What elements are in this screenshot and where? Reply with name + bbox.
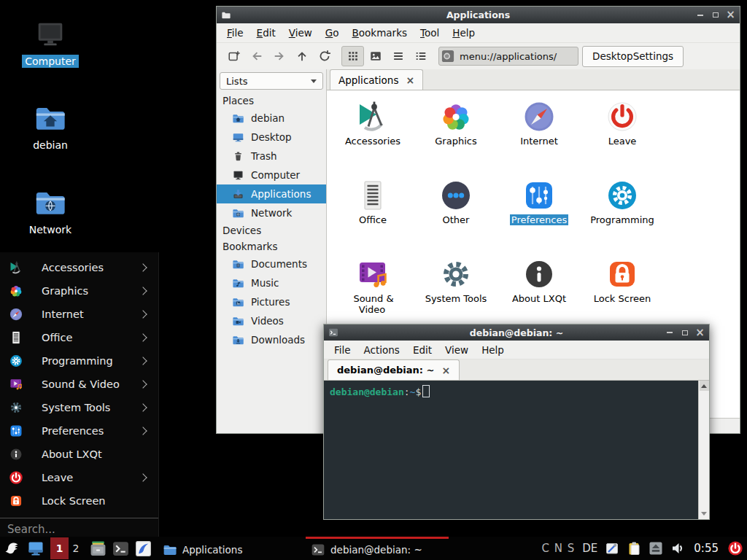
maximize-button[interactable] bbox=[711, 10, 720, 20]
workspace-2-button[interactable]: 2 bbox=[69, 537, 83, 559]
menu-item-accessories[interactable]: Accessories bbox=[0, 256, 158, 279]
terminal-tab[interactable]: debian@debian: ~ × bbox=[328, 359, 460, 380]
screenshot-tray-icon[interactable] bbox=[605, 541, 619, 556]
sidebar-item-trash[interactable]: Trash bbox=[217, 147, 326, 166]
menu-item-leave[interactable]: Leave bbox=[0, 466, 158, 489]
featherpad-launcher-icon[interactable] bbox=[134, 540, 152, 558]
detailed-view-icon bbox=[414, 50, 427, 63]
back-arrow-icon bbox=[250, 50, 263, 63]
close-button[interactable] bbox=[726, 10, 735, 20]
menu-item-internet[interactable]: Internet bbox=[0, 303, 158, 326]
minimize-button[interactable] bbox=[695, 10, 705, 20]
desktop-icon-network[interactable]: Network bbox=[12, 186, 88, 236]
forward-button[interactable] bbox=[268, 46, 290, 66]
compact-view-button[interactable] bbox=[387, 46, 409, 66]
sidebar-item-computer[interactable]: Computer bbox=[217, 166, 326, 184]
desktop-settings-button[interactable]: DesktopSettings bbox=[582, 46, 684, 67]
menu-item-about-lxqt[interactable]: About LXQt bbox=[0, 443, 158, 466]
menu-edit[interactable]: Edit bbox=[250, 25, 282, 41]
task-button-applications[interactable]: Applications bbox=[158, 537, 301, 560]
sidebar-item-music[interactable]: Music bbox=[217, 273, 326, 292]
grid-item-programming[interactable]: Programming bbox=[581, 178, 664, 257]
up-button[interactable] bbox=[290, 46, 313, 66]
menu-tool[interactable]: Tool bbox=[414, 25, 446, 41]
menu-file[interactable]: File bbox=[328, 342, 357, 358]
address-bar[interactable]: menu://applications/ bbox=[438, 47, 578, 66]
menu-actions[interactable]: Actions bbox=[357, 342, 406, 358]
desktop-icon-computer[interactable]: Computer bbox=[12, 18, 88, 68]
terminal-icon bbox=[328, 327, 338, 338]
titlebar[interactable]: Applications bbox=[217, 7, 740, 23]
power-icon bbox=[9, 470, 23, 485]
grid-item-internet[interactable]: Internet bbox=[498, 99, 581, 178]
info-icon bbox=[9, 447, 23, 462]
titlebar[interactable]: debian@debian: ~ bbox=[324, 324, 709, 341]
minimize-button[interactable] bbox=[665, 328, 674, 338]
back-button[interactable] bbox=[245, 46, 268, 66]
detailed-view-button[interactable] bbox=[409, 46, 432, 66]
tab-bar: Applications × bbox=[327, 69, 740, 90]
sidebar-item-desktop[interactable]: Desktop bbox=[217, 128, 326, 147]
sidebar-item-applications[interactable]: Applications bbox=[217, 184, 326, 203]
sidebar-mode-select[interactable]: Lists bbox=[220, 72, 323, 90]
folder-icon bbox=[221, 10, 231, 20]
menu-item-office[interactable]: Office bbox=[0, 326, 158, 349]
sidebar-item-network[interactable]: Network bbox=[217, 203, 326, 222]
sidebar-item-pictures[interactable]: Pictures bbox=[217, 292, 326, 311]
grid-item-graphics[interactable]: Graphics bbox=[414, 99, 498, 178]
tab-close-icon[interactable]: × bbox=[406, 75, 414, 85]
scroll-down-button[interactable] bbox=[700, 509, 709, 519]
clipboard-tray-icon[interactable] bbox=[627, 541, 641, 556]
menu-view[interactable]: View bbox=[282, 25, 319, 41]
icon-view-button[interactable] bbox=[341, 46, 364, 66]
grid-item-accessories[interactable]: Accessories bbox=[331, 99, 414, 178]
thumbnail-view-button[interactable] bbox=[364, 46, 387, 66]
menu-item-lock-screen[interactable]: Lock Screen bbox=[0, 489, 158, 513]
menu-edit[interactable]: Edit bbox=[406, 342, 438, 358]
sidebar-item-videos[interactable]: Videos bbox=[217, 311, 326, 330]
tab-close-icon[interactable]: × bbox=[441, 365, 450, 376]
menu-item-label: System Tools bbox=[42, 402, 110, 413]
scrollbar[interactable] bbox=[698, 381, 709, 519]
refresh-button[interactable] bbox=[313, 46, 336, 66]
sidebar-item-downloads[interactable]: Downloads bbox=[217, 330, 326, 349]
menu-view[interactable]: View bbox=[438, 342, 475, 358]
menu-item-graphics[interactable]: Graphics bbox=[0, 279, 158, 303]
power-button-icon[interactable] bbox=[727, 540, 743, 556]
menu-item-sound-video[interactable]: Sound & Video bbox=[0, 373, 158, 396]
clock[interactable]: 0:55 bbox=[694, 542, 719, 555]
menu-go[interactable]: Go bbox=[319, 25, 346, 41]
menu-item-preferences[interactable]: Preferences bbox=[0, 419, 158, 443]
computer-icon bbox=[34, 18, 67, 51]
sidebar-item-documents[interactable]: Documents bbox=[217, 254, 326, 273]
eject-tray-icon[interactable] bbox=[649, 541, 663, 556]
keyboard-layout[interactable]: DE bbox=[582, 542, 597, 555]
terminal-screen[interactable]: debian@debian:~$ bbox=[324, 381, 698, 519]
start-menu-button[interactable] bbox=[0, 537, 25, 560]
scroll-up-button[interactable] bbox=[700, 381, 709, 391]
grid-item-preferences[interactable]: Preferences bbox=[498, 178, 581, 257]
close-button[interactable] bbox=[695, 328, 705, 338]
menu-item-programming[interactable]: Programming bbox=[0, 349, 158, 373]
menu-help[interactable]: Help bbox=[446, 25, 481, 41]
menu-help[interactable]: Help bbox=[475, 342, 511, 358]
menu-bookmarks[interactable]: Bookmarks bbox=[346, 25, 414, 41]
task-button-terminal[interactable]: debian@debian: ~ bbox=[306, 537, 449, 560]
show-desktop-button[interactable] bbox=[25, 537, 47, 560]
grid-item-other[interactable]: Other bbox=[414, 178, 498, 257]
tab-applications[interactable]: Applications × bbox=[330, 69, 423, 90]
home-folder-icon bbox=[232, 112, 244, 125]
grid-item-leave[interactable]: Leave bbox=[581, 99, 664, 178]
volume-icon[interactable] bbox=[670, 541, 685, 556]
menu-item-system-tools[interactable]: System Tools bbox=[0, 396, 158, 419]
grid-item-office[interactable]: Office bbox=[331, 178, 414, 257]
terminal-launcher-icon[interactable] bbox=[112, 540, 130, 558]
sidebar-item-debian[interactable]: debian bbox=[217, 109, 326, 128]
new-tab-button[interactable] bbox=[222, 46, 245, 66]
maximize-button[interactable] bbox=[680, 328, 689, 338]
menu-file[interactable]: File bbox=[220, 25, 250, 41]
workspace-1-button[interactable]: 1 bbox=[50, 537, 69, 559]
file-manager-launcher-icon[interactable] bbox=[89, 540, 107, 558]
desktop-icon-debian[interactable]: debian bbox=[12, 101, 88, 152]
compact-view-icon bbox=[392, 50, 405, 63]
